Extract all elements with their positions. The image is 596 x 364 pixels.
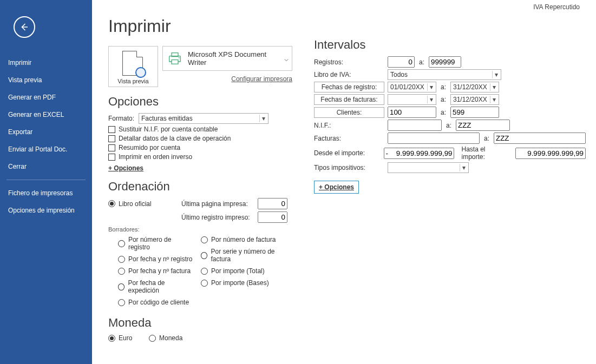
radio-euro-label: Euro	[119, 334, 146, 342]
radio-importe-total[interactable]	[201, 268, 208, 275]
formato-select[interactable]: Facturas emitidas ▾	[139, 113, 268, 124]
radio-serie-factura[interactable]	[201, 252, 207, 259]
tipos-impositivos-select[interactable]: ▾	[388, 162, 469, 173]
sidebar-item-fichero-impresoras[interactable]: Fichero de impresoras	[0, 184, 92, 202]
libro-iva-select[interactable]: Todos▾	[388, 69, 501, 80]
sidebar-item-generar-excel[interactable]: Generar en EXCEL	[0, 106, 92, 123]
preview-button[interactable]: Vista previa	[108, 46, 158, 87]
page-title: Imprimir	[108, 16, 292, 36]
sidebar-item-opciones-impresion[interactable]: Opciones de impresión	[0, 202, 92, 219]
radio-fecha-factura[interactable]	[118, 268, 125, 275]
last-page-label: Última página impresa:	[181, 200, 254, 208]
svg-point-3	[179, 57, 180, 58]
radio-fecha-factura-label: Por fecha y nº factura	[128, 267, 191, 275]
a-label: a:	[440, 109, 447, 116]
moneda-title: Moneda	[108, 316, 292, 330]
radio-codigo-cliente-label: Por código de cliente	[128, 299, 189, 306]
sidebar-item-imprimir[interactable]: Imprimir	[0, 54, 92, 71]
opciones-more-link[interactable]: + Opciones	[108, 164, 143, 172]
radio-moneda-label: Moneda	[159, 334, 182, 342]
radio-moneda[interactable]	[149, 335, 156, 342]
svg-rect-2	[172, 60, 178, 64]
registros-to[interactable]	[429, 56, 461, 68]
chk-detallar-clave[interactable]	[108, 135, 115, 142]
chevron-down-icon: ▾	[490, 96, 497, 103]
radio-serie-factura-label: Por serie y número de factura	[211, 248, 292, 263]
radio-libro-oficial-label: Libro oficial	[119, 200, 178, 208]
clientes-to[interactable]	[450, 107, 499, 118]
radio-codigo-cliente[interactable]	[118, 299, 125, 306]
nif-to[interactable]	[456, 120, 510, 131]
facturas-from[interactable]	[388, 133, 480, 144]
last-reg-input[interactable]	[258, 211, 287, 223]
radio-num-registro[interactable]	[118, 240, 125, 247]
sidebar-item-exportar[interactable]: Exportar	[0, 123, 92, 141]
radio-importe-total-label: Por importe (Total)	[211, 267, 265, 275]
radio-fecha-expedicion[interactable]	[118, 283, 125, 290]
a-label: a:	[440, 96, 447, 103]
printer-select[interactable]: Microsoft XPS Document Writer	[162, 46, 292, 71]
chk-detallar-clave-label: Detallar datos de la clave de operación	[119, 135, 231, 142]
fechas-fac-from[interactable]: ▾	[388, 94, 436, 105]
printer-icon	[167, 52, 182, 65]
borradores-label: Borradores:	[108, 226, 292, 233]
last-page-input[interactable]	[258, 198, 287, 209]
clientes-button[interactable]: Clientes:	[314, 107, 384, 118]
facturas-to[interactable]	[494, 133, 586, 144]
formato-value: Facturas emitidas	[141, 115, 259, 122]
last-reg-label: Último registro impreso:	[181, 214, 254, 221]
intervalos-more-link[interactable]: + Opciones	[314, 181, 359, 194]
chevron-down-icon: ▾	[490, 83, 497, 91]
a-label: a:	[418, 58, 425, 66]
a-label: a:	[440, 83, 447, 91]
chevron-down-icon: ▾	[460, 164, 467, 171]
chk-orden-inverso[interactable]	[108, 154, 115, 161]
nif-from[interactable]	[388, 120, 442, 131]
chk-resumido-cuenta[interactable]	[108, 144, 115, 151]
sidebar-item-enviar-portal[interactable]: Enviar al Portal Doc.	[0, 141, 92, 158]
a-label: a:	[445, 122, 453, 129]
chevron-down-icon	[284, 56, 289, 61]
fechas-reg-to[interactable]: 31/12/20XX▾	[450, 82, 499, 92]
fechas-facturas-button[interactable]: Fechas de facturas:	[314, 94, 384, 105]
fechas-registro-button[interactable]: Fechas de registro:	[314, 82, 384, 92]
chevron-down-icon: ▾	[427, 83, 435, 91]
importe-to-label: Hasta el importe:	[457, 145, 512, 161]
radio-libro-oficial[interactable]	[108, 200, 115, 207]
radio-importe-bases[interactable]	[201, 280, 208, 287]
chevron-down-icon: ▾	[259, 115, 267, 122]
radio-fecha-registro-label: Por fecha y nº registro	[128, 255, 192, 263]
clientes-from[interactable]	[388, 107, 436, 118]
sidebar: Imprimir Vista previa Generar en PDF Gen…	[0, 0, 92, 364]
preview-label: Vista previa	[111, 78, 155, 84]
fechas-fac-to[interactable]: 31/12/20XX▾	[450, 94, 499, 105]
libro-iva-value: Todos	[390, 71, 492, 78]
sidebar-item-generar-pdf[interactable]: Generar en PDF	[0, 89, 92, 106]
radio-importe-bases-label: Por importe (Bases)	[211, 279, 269, 287]
registros-from[interactable]	[388, 56, 415, 68]
tipos-impositivos-label: Tipos impositivos:	[314, 164, 384, 171]
registros-label: Registros:	[314, 58, 384, 66]
fechas-fac-to-value: 31/12/20XX	[453, 96, 490, 103]
chk-sustituir-nif[interactable]	[108, 126, 115, 133]
fechas-reg-from[interactable]: 01/01/20XX▾	[388, 82, 436, 92]
chk-orden-inverso-label: Imprimir en orden inverso	[119, 153, 192, 161]
back-button[interactable]	[14, 16, 35, 38]
libro-iva-label: Libro de IVA:	[314, 71, 384, 78]
chk-resumido-cuenta-label: Resumido por cuenta	[119, 144, 180, 151]
importe-from[interactable]	[384, 148, 454, 159]
document-preview-icon	[122, 51, 144, 76]
radio-fecha-registro[interactable]	[118, 256, 125, 263]
a-label: a:	[483, 135, 490, 142]
sidebar-item-cerrar[interactable]: Cerrar	[0, 158, 92, 175]
radio-euro[interactable]	[108, 335, 115, 342]
app-root: Imprimir Vista previa Generar en PDF Gen…	[0, 0, 596, 364]
importe-to[interactable]	[515, 148, 586, 159]
nif-label: N.I.F.:	[314, 122, 384, 129]
sidebar-item-vista-previa[interactable]: Vista previa	[0, 71, 92, 89]
configure-printer-link[interactable]: Configurar impresora	[162, 75, 292, 83]
arrow-left-icon	[19, 22, 29, 32]
radio-num-registro-label: Por número de registro	[128, 236, 194, 251]
fechas-reg-to-value: 31/12/20XX	[453, 83, 490, 91]
radio-num-factura[interactable]	[201, 236, 208, 243]
